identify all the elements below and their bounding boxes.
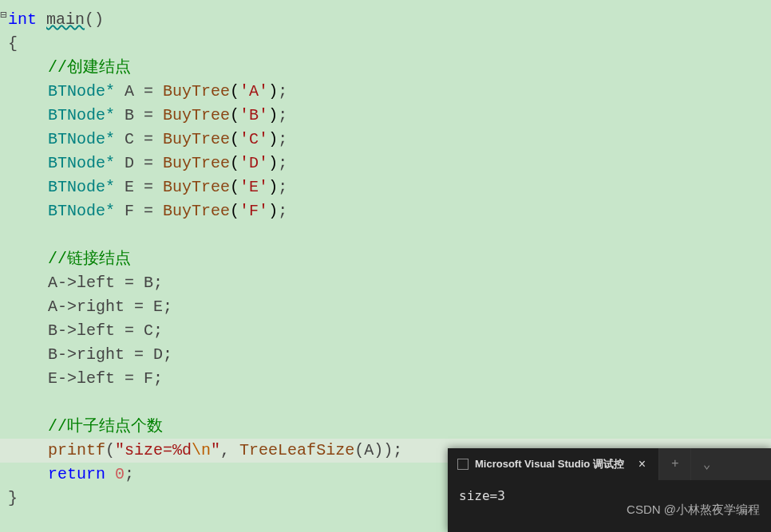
code-line: B->left = C; <box>0 319 771 343</box>
code-line: BTNode* C = BuyTree('C'); <box>0 128 771 152</box>
code-line: E->left = F; <box>0 367 771 391</box>
blank-line <box>0 223 771 247</box>
blank-line <box>0 391 771 415</box>
code-editor[interactable]: int main() { //创建结点 BTNode* A = BuyTree(… <box>0 0 771 518</box>
code-line: A->right = E; <box>0 295 771 319</box>
close-icon[interactable]: × <box>635 457 649 471</box>
console-output: size=3 <box>448 480 771 532</box>
code-line: BTNode* A = BuyTree('A'); <box>0 80 771 104</box>
code-line: A->left = B; <box>0 271 771 295</box>
console-tab[interactable]: Microsoft Visual Studio 调试控 × <box>448 448 658 480</box>
code-line: int main() <box>0 8 771 32</box>
code-line: B->right = D; <box>0 343 771 367</box>
code-line: BTNode* D = BuyTree('D'); <box>0 152 771 175</box>
code-line: //链接结点 <box>0 247 771 271</box>
tab-dropdown-button[interactable]: ⌄ <box>690 448 722 480</box>
code-line: BTNode* F = BuyTree('F'); <box>0 199 771 223</box>
debug-console: Microsoft Visual Studio 调试控 × + ⌄ size=3 <box>448 448 771 532</box>
code-line: //创建结点 <box>0 56 771 80</box>
collapse-icon[interactable]: ⊟ <box>0 8 6 22</box>
console-tabbar: Microsoft Visual Studio 调试控 × + ⌄ <box>448 448 771 480</box>
output-line: size=3 <box>459 488 505 503</box>
terminal-icon <box>457 459 469 470</box>
code-line: BTNode* B = BuyTree('B'); <box>0 104 771 128</box>
code-line: { <box>0 32 771 56</box>
new-tab-button[interactable]: + <box>658 448 690 480</box>
console-tab-title: Microsoft Visual Studio 调试控 <box>475 457 624 471</box>
code-line: //叶子结点个数 <box>0 415 771 439</box>
code-line: BTNode* E = BuyTree('E'); <box>0 175 771 199</box>
